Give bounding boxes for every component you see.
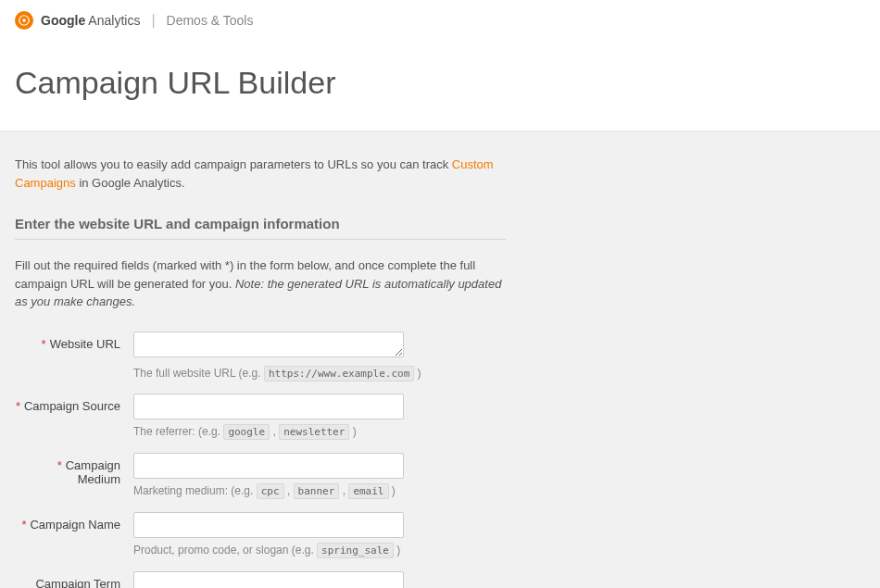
label-campaign-term: Campaign Term — [15, 571, 133, 588]
header-bar: Google Analytics | Demos & Tools — [0, 0, 880, 41]
campaign-term-input[interactable] — [133, 571, 404, 588]
label-campaign-name: *Campaign Name — [15, 512, 133, 532]
tools-label: Demos & Tools — [167, 13, 254, 28]
row-campaign-source: *Campaign Source The referrer: (e.g. goo… — [15, 394, 506, 440]
label-campaign-source: *Campaign Source — [15, 394, 133, 413]
row-campaign-name: *Campaign Name Product, promo code, or s… — [15, 512, 506, 558]
hint-campaign-source: The referrer: (e.g. google , newsletter … — [133, 424, 506, 440]
row-campaign-term: Campaign Term Identify the paid keywords — [15, 571, 506, 588]
label-campaign-medium: *Campaign Medium — [15, 453, 133, 486]
hint-campaign-name: Product, promo code, or slogan (e.g. spr… — [133, 543, 506, 558]
svg-point-1 — [22, 19, 26, 22]
brand-name: Google Analytics — [41, 13, 140, 28]
content-area: This tool allows you to easily add campa… — [0, 131, 880, 588]
intro-text: This tool allows you to easily add campa… — [15, 156, 506, 192]
row-campaign-medium: *Campaign Medium Marketing medium: (e.g.… — [15, 453, 506, 499]
header-divider: | — [151, 12, 155, 29]
row-website-url: *Website URL The full website URL (e.g. … — [15, 332, 506, 382]
instructions-text: Fill out the required fields (marked wit… — [15, 256, 506, 311]
campaign-name-input[interactable] — [133, 512, 404, 538]
campaign-source-input[interactable] — [133, 394, 404, 419]
hint-campaign-medium: Marketing medium: (e.g. cpc , banner , e… — [133, 483, 506, 499]
page-title: Campaign URL Builder — [0, 41, 880, 131]
campaign-medium-input[interactable] — [133, 453, 404, 479]
hint-website-url: The full website URL (e.g. https://www.e… — [133, 366, 506, 382]
section-heading: Enter the website URL and campaign infor… — [15, 216, 506, 240]
label-website-url: *Website URL — [15, 332, 133, 351]
google-analytics-logo-icon — [15, 11, 33, 30]
website-url-input[interactable] — [133, 332, 404, 357]
